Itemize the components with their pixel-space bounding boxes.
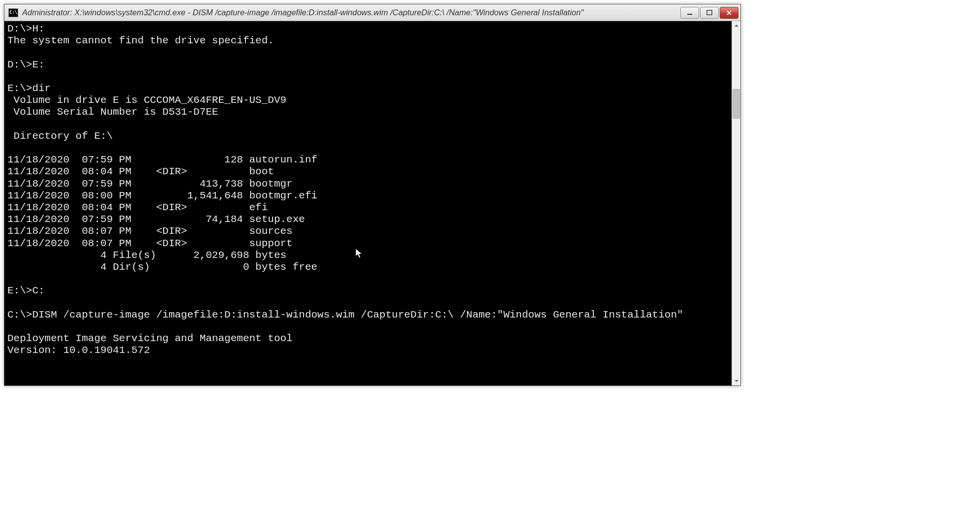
terminal-line bbox=[7, 47, 729, 59]
terminal-line: E:\>dir bbox=[7, 83, 729, 95]
terminal-line bbox=[7, 297, 729, 309]
chevron-down-icon bbox=[734, 379, 739, 383]
maximize-icon bbox=[706, 10, 712, 16]
terminal-line: 11/18/2020 08:04 PM <DIR> efi bbox=[7, 202, 729, 214]
scrollbar-down-arrow[interactable] bbox=[732, 377, 740, 385]
terminal-line bbox=[7, 321, 729, 333]
minimize-button[interactable] bbox=[680, 7, 699, 19]
terminal-line: E:\>C: bbox=[7, 285, 729, 297]
terminal-line: Version: 10.0.19041.572 bbox=[7, 345, 729, 356]
titlebar[interactable]: C:\ Administrator: X:\windows\system32\c… bbox=[4, 4, 740, 21]
terminal-line: 11/18/2020 08:07 PM <DIR> support bbox=[7, 238, 729, 250]
terminal-line bbox=[7, 273, 729, 285]
terminal-line: 4 File(s) 2,029,698 bytes bbox=[7, 250, 729, 261]
terminal-line: 11/18/2020 07:59 PM 413,738 bootmgr bbox=[7, 178, 729, 190]
terminal-area: D:\>H:The system cannot find the drive s… bbox=[4, 21, 740, 385]
vertical-scrollbar[interactable] bbox=[732, 21, 740, 385]
maximize-button[interactable] bbox=[700, 7, 719, 19]
window-title: Administrator: X:\windows\system32\cmd.e… bbox=[22, 8, 680, 17]
terminal-line: C:\>DISM /capture-image /imagefile:D:ins… bbox=[7, 309, 729, 321]
terminal-line: 11/18/2020 08:04 PM <DIR> boot bbox=[7, 166, 729, 178]
terminal-line: 4 Dir(s) 0 bytes free bbox=[7, 261, 729, 273]
terminal-line: Volume Serial Number is D531-D7EE bbox=[7, 106, 729, 118]
terminal-line: The system cannot find the drive specifi… bbox=[7, 35, 729, 47]
terminal-output[interactable]: D:\>H:The system cannot find the drive s… bbox=[4, 21, 732, 385]
terminal-line bbox=[7, 357, 729, 369]
terminal-line bbox=[7, 119, 729, 130]
terminal-line: Directory of E:\ bbox=[7, 130, 729, 142]
svg-rect-1 bbox=[707, 10, 712, 15]
terminal-line: D:\>H: bbox=[7, 23, 729, 35]
scrollbar-thumb[interactable] bbox=[733, 89, 740, 119]
cmd-icon: C:\ bbox=[8, 8, 18, 17]
terminal-line: 11/18/2020 07:59 PM 74,184 setup.exe bbox=[7, 214, 729, 225]
terminal-line: 11/18/2020 07:59 PM 128 autorun.inf bbox=[7, 154, 729, 166]
terminal-line: D:\>E: bbox=[7, 59, 729, 71]
window-controls bbox=[680, 7, 738, 19]
terminal-line: 11/18/2020 08:07 PM <DIR> sources bbox=[7, 225, 729, 237]
svg-rect-0 bbox=[687, 14, 692, 15]
terminal-line: Volume in drive E is CCCOMA_X64FRE_EN-US… bbox=[7, 95, 729, 106]
terminal-line: Deployment Image Servicing and Managemen… bbox=[7, 333, 729, 345]
terminal-line bbox=[7, 71, 729, 83]
terminal-line: 11/18/2020 08:00 PM 1,541,648 bootmgr.ef… bbox=[7, 190, 729, 202]
scrollbar-up-arrow[interactable] bbox=[732, 21, 740, 30]
terminal-line bbox=[7, 142, 729, 154]
chevron-up-icon bbox=[734, 23, 739, 28]
cmd-window: C:\ Administrator: X:\windows\system32\c… bbox=[4, 4, 741, 386]
scrollbar-track[interactable] bbox=[732, 30, 740, 377]
close-button[interactable] bbox=[720, 7, 738, 19]
minimize-icon bbox=[687, 10, 693, 16]
close-icon bbox=[726, 10, 733, 16]
